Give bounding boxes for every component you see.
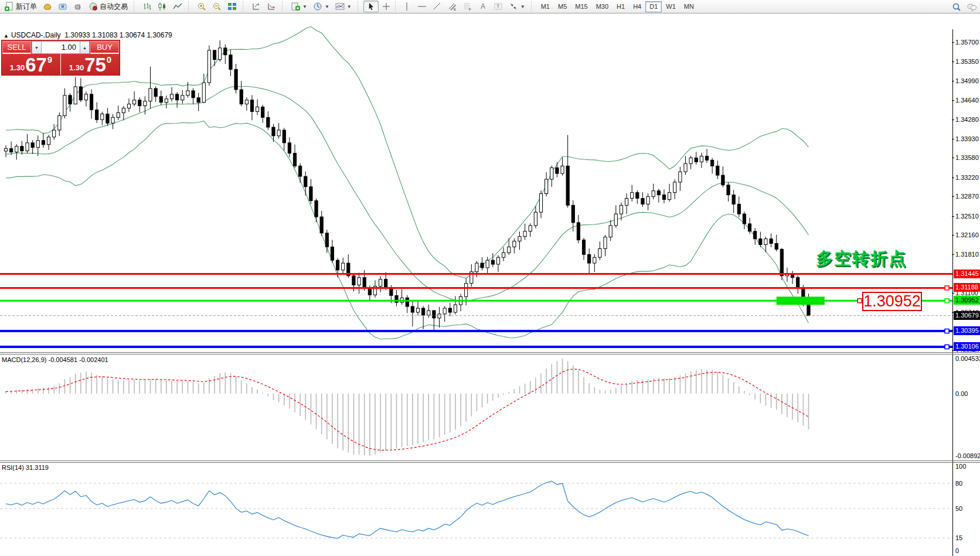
candle[interactable] bbox=[550, 168, 553, 179]
sell-price[interactable]: 1.30 67 9 bbox=[2, 54, 61, 75]
vertical-line-button[interactable] bbox=[399, 1, 414, 12]
candle[interactable] bbox=[534, 212, 537, 226]
candle[interactable] bbox=[764, 239, 767, 245]
autotrade-button[interactable]: 自动交易 bbox=[86, 1, 131, 12]
candle[interactable] bbox=[101, 114, 104, 120]
candle[interactable] bbox=[427, 311, 430, 315]
candle[interactable] bbox=[192, 91, 195, 98]
candle[interactable] bbox=[662, 195, 665, 200]
candle[interactable] bbox=[31, 143, 34, 148]
candle[interactable] bbox=[117, 112, 120, 117]
sound-button[interactable] bbox=[70, 1, 86, 12]
text-label-button[interactable]: T bbox=[491, 1, 506, 12]
candle[interactable] bbox=[21, 146, 23, 151]
zoom-in-button[interactable] bbox=[194, 1, 209, 12]
candle[interactable] bbox=[700, 156, 703, 162]
candle[interactable] bbox=[288, 143, 291, 154]
candle[interactable] bbox=[673, 182, 676, 193]
candle[interactable] bbox=[481, 263, 484, 268]
candle[interactable] bbox=[138, 100, 141, 106]
candle[interactable] bbox=[695, 158, 697, 162]
candle[interactable] bbox=[513, 241, 516, 247]
candle[interactable] bbox=[304, 176, 307, 187]
candle[interactable] bbox=[508, 247, 511, 253]
candle[interactable] bbox=[165, 99, 168, 103]
candle[interactable] bbox=[411, 306, 414, 312]
candle[interactable] bbox=[577, 223, 580, 240]
candle[interactable] bbox=[127, 104, 130, 108]
candle[interactable] bbox=[797, 278, 799, 288]
candle[interactable] bbox=[283, 130, 285, 143]
candle[interactable] bbox=[159, 97, 162, 103]
candle[interactable] bbox=[571, 205, 574, 223]
candle[interactable] bbox=[588, 254, 591, 263]
price-callout-box[interactable]: 1.30952 bbox=[862, 292, 922, 311]
candle[interactable] bbox=[491, 260, 494, 264]
candle[interactable] bbox=[256, 107, 259, 112]
candle[interactable] bbox=[496, 257, 499, 264]
candle[interactable] bbox=[609, 226, 612, 237]
candle[interactable] bbox=[454, 305, 457, 312]
candle[interactable] bbox=[614, 214, 617, 226]
new-order-button[interactable]: 新订单 bbox=[2, 1, 40, 12]
volume-up-button[interactable]: ▲ bbox=[80, 41, 90, 54]
add-indicator-button[interactable]: ▼ bbox=[288, 1, 310, 12]
candle[interactable] bbox=[202, 83, 205, 103]
crosshair-button[interactable] bbox=[379, 1, 394, 12]
candle[interactable] bbox=[529, 226, 532, 231]
candle[interactable] bbox=[122, 108, 125, 113]
horizontal-line-button[interactable] bbox=[414, 1, 430, 12]
candle[interactable] bbox=[315, 200, 318, 217]
tile-windows-button[interactable] bbox=[224, 1, 240, 12]
callout-anchor[interactable] bbox=[858, 299, 862, 303]
candle[interactable] bbox=[154, 88, 157, 97]
candle[interactable] bbox=[79, 87, 82, 100]
candle[interactable] bbox=[727, 185, 730, 195]
candle[interactable] bbox=[325, 233, 328, 247]
candle[interactable] bbox=[433, 311, 435, 318]
candle[interactable] bbox=[743, 214, 746, 224]
line-handle[interactable] bbox=[945, 299, 949, 303]
candle[interactable] bbox=[737, 204, 740, 214]
candle[interactable] bbox=[36, 141, 39, 148]
candle[interactable] bbox=[748, 224, 751, 231]
candle[interactable] bbox=[26, 143, 29, 151]
candle[interactable] bbox=[518, 237, 521, 241]
candle[interactable] bbox=[363, 278, 366, 288]
candle[interactable] bbox=[331, 247, 334, 260]
candle[interactable] bbox=[582, 240, 585, 255]
candle[interactable] bbox=[219, 48, 222, 60]
candle[interactable] bbox=[309, 187, 312, 201]
candle[interactable] bbox=[759, 239, 762, 245]
candle[interactable] bbox=[261, 107, 264, 118]
candle[interactable] bbox=[342, 263, 345, 270]
turning-point-annotation[interactable]: 多空转折点 bbox=[816, 247, 907, 271]
line-chart-button[interactable] bbox=[170, 1, 185, 12]
text-button[interactable]: A bbox=[475, 1, 491, 12]
buy-price[interactable]: 1.30 75 0 bbox=[61, 54, 120, 75]
green-zone-rectangle[interactable] bbox=[777, 296, 825, 305]
candle[interactable] bbox=[10, 149, 13, 152]
candle[interactable] bbox=[486, 260, 489, 268]
candle[interactable] bbox=[539, 194, 542, 213]
candle[interactable] bbox=[336, 260, 339, 270]
timeframe-d1[interactable]: D1 bbox=[645, 1, 662, 12]
fibonacci-button[interactable]: F bbox=[460, 1, 475, 12]
candle[interactable] bbox=[625, 198, 628, 205]
candle[interactable] bbox=[272, 127, 275, 136]
template-button[interactable]: ▼ bbox=[332, 1, 355, 12]
candle[interactable] bbox=[668, 193, 671, 200]
candle[interactable] bbox=[133, 100, 136, 104]
candle[interactable] bbox=[416, 308, 419, 312]
candle[interactable] bbox=[74, 87, 77, 104]
candle[interactable] bbox=[250, 100, 253, 112]
candle[interactable] bbox=[53, 130, 56, 137]
candle[interactable] bbox=[684, 163, 687, 172]
candle[interactable] bbox=[240, 90, 243, 104]
candle[interactable] bbox=[502, 253, 505, 257]
candle[interactable] bbox=[448, 308, 451, 312]
candle[interactable] bbox=[299, 166, 302, 176]
candle[interactable] bbox=[379, 279, 382, 286]
candle[interactable] bbox=[293, 154, 296, 166]
candle[interactable] bbox=[267, 117, 270, 127]
